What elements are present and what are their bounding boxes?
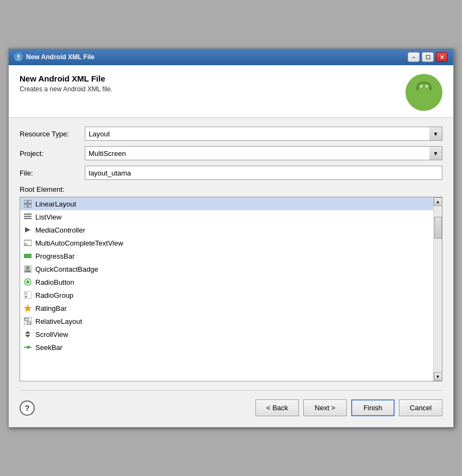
svg-rect-2: [415, 91, 433, 103]
cancel-button[interactable]: Cancel: [399, 399, 442, 416]
svg-rect-19: [24, 216, 32, 217]
root-element-label: Root Element:: [20, 185, 442, 193]
svg-rect-8: [411, 91, 415, 99]
scrollbar-thumb[interactable]: [434, 217, 442, 239]
svg-point-4: [420, 85, 422, 87]
list-item[interactable]: a: MultiAutoCompleteTextView: [20, 236, 433, 249]
svg-rect-13: [429, 86, 432, 90]
svg-rect-9: [433, 91, 436, 99]
title-bar-controls: – ☐ ✕: [408, 52, 448, 62]
project-row: Project: MultiScreen ▼: [20, 146, 442, 160]
svg-marker-36: [25, 331, 30, 334]
resource-type-select[interactable]: Layout Values Menu Drawable Anim Color X…: [85, 127, 442, 141]
title-bar-left: New Android XML File: [14, 53, 95, 61]
list-item-label: ScrollView: [35, 330, 68, 339]
scrollbar-track: [434, 206, 442, 372]
progressbar-icon: [23, 252, 32, 260]
relativelayout-icon: [23, 317, 32, 325]
project-control: MultiScreen ▼: [85, 146, 442, 160]
dialog-header-text: New Android XML File Creates a new Andro…: [20, 74, 113, 93]
resource-type-control: Layout Values Menu Drawable Anim Color X…: [85, 127, 442, 141]
list-item-label: RelativeLayout: [35, 317, 82, 325]
list-item[interactable]: RadioButton: [20, 275, 433, 289]
radiobutton-icon: [23, 278, 32, 286]
list-item[interactable]: MediaController: [20, 223, 433, 236]
help-button[interactable]: ?: [20, 400, 35, 416]
list-item-label: MultiAutoCompleteTextView: [35, 239, 123, 247]
resource-type-label: Resource Type:: [20, 130, 85, 138]
svg-rect-12: [416, 86, 419, 90]
svg-point-5: [426, 85, 428, 87]
list-item[interactable]: RelativeLayout: [20, 315, 433, 328]
window-icon: [14, 53, 23, 61]
scrollbar[interactable]: ▲ ▼: [433, 197, 442, 381]
list-items-container[interactable]: LinearLayout ListView: [20, 197, 433, 381]
resource-type-select-wrapper: Layout Values Menu Drawable Anim Color X…: [85, 127, 442, 141]
list-item-label: LinearLayout: [35, 200, 76, 208]
svg-text:a:: a:: [24, 241, 28, 246]
list-item-label: MediaController: [35, 226, 85, 234]
dialog-body: New Android XML File Creates a new Andro…: [9, 65, 453, 427]
list-item[interactable]: QuickContactBadge: [20, 262, 433, 275]
svg-point-30: [25, 292, 27, 295]
svg-rect-24: [24, 254, 32, 258]
scrollbar-up[interactable]: ▲: [434, 197, 442, 206]
svg-marker-32: [24, 305, 32, 311]
radiogroup-icon: [23, 291, 32, 299]
ratingbar-icon: [23, 304, 32, 312]
title-bar: New Android XML File – ☐ ✕: [9, 49, 453, 65]
root-element-list: LinearLayout ListView: [20, 197, 442, 381]
svg-rect-18: [24, 214, 32, 215]
file-control: [85, 166, 442, 180]
svg-rect-15: [28, 200, 32, 203]
android-logo: [405, 74, 442, 111]
list-item[interactable]: LinearLayout: [20, 197, 433, 210]
list-item[interactable]: SeekBar: [20, 341, 433, 354]
dialog-title: New Android XML File: [20, 74, 113, 83]
list-item-label: ProgressBar: [35, 252, 74, 260]
svg-marker-21: [25, 227, 30, 233]
svg-rect-10: [418, 102, 422, 106]
list-item[interactable]: RatingBar: [20, 302, 433, 315]
dialog-window: New Android XML File – ☐ ✕ New Android X…: [8, 48, 454, 428]
button-row: ? < Back Next > Finish Cancel: [20, 399, 442, 416]
file-label: File:: [20, 169, 85, 177]
svg-rect-35: [27, 322, 30, 324]
finish-button[interactable]: Finish: [351, 399, 395, 416]
back-button[interactable]: < Back: [255, 399, 299, 416]
svg-point-1: [17, 55, 20, 57]
dialog-header: New Android XML File Creates a new Andro…: [9, 65, 453, 118]
file-input[interactable]: [85, 166, 442, 180]
list-item-label: QuickContactBadge: [35, 265, 98, 273]
list-item[interactable]: RadioGroup: [20, 289, 433, 302]
next-button[interactable]: Next >: [303, 399, 347, 416]
listview-icon: [23, 212, 32, 221]
resource-type-row: Resource Type: Layout Values Menu Drawab…: [20, 127, 442, 141]
svg-point-28: [26, 280, 29, 284]
project-select[interactable]: MultiScreen: [85, 146, 442, 160]
svg-line-7: [428, 81, 430, 83]
maximize-button[interactable]: ☐: [422, 52, 434, 62]
button-row-right: < Back Next > Finish Cancel: [255, 399, 442, 416]
dialog-subtitle: Creates a new Android XML file.: [20, 85, 113, 93]
divider: [20, 390, 442, 391]
svg-point-31: [25, 296, 27, 298]
svg-rect-29: [24, 291, 32, 299]
list-item[interactable]: ScrollView: [20, 328, 433, 341]
minimize-button[interactable]: –: [408, 52, 420, 62]
file-row: File:: [20, 166, 442, 180]
quickcontact-icon: [23, 265, 32, 273]
list-item-label: RatingBar: [35, 304, 67, 312]
scrollbar-down[interactable]: ▼: [434, 372, 442, 381]
svg-rect-17: [28, 204, 32, 208]
list-item[interactable]: ListView: [20, 210, 433, 223]
svg-line-6: [417, 81, 420, 83]
svg-rect-11: [426, 102, 430, 106]
list-item[interactable]: ProgressBar: [20, 249, 433, 262]
list-item-label: SeekBar: [35, 343, 63, 352]
svg-point-26: [26, 266, 29, 270]
svg-marker-37: [25, 335, 30, 337]
scrollview-icon: [23, 330, 32, 339]
svg-rect-14: [24, 200, 27, 203]
close-button[interactable]: ✕: [436, 52, 448, 62]
